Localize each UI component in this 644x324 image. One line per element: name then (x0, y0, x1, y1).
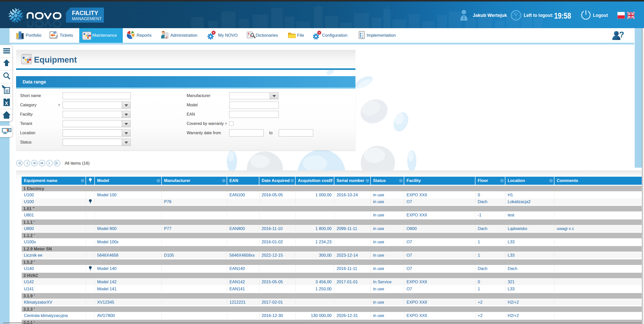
svg-text:?: ? (619, 30, 624, 39)
svg-text:19:58: 19:58 (554, 11, 571, 20)
svg-text:Left to logout:: Left to logout: (524, 13, 553, 18)
svg-text:Logout: Logout (593, 13, 608, 18)
svg-text:FACILITY: FACILITY (72, 10, 98, 16)
svg-text:MANAGEMENT: MANAGEMENT (72, 16, 102, 21)
svg-text:A: A (248, 32, 250, 35)
svg-text:Jakub Wertejuk: Jakub Wertejuk (473, 13, 507, 18)
svg-text:X: X (5, 101, 8, 106)
